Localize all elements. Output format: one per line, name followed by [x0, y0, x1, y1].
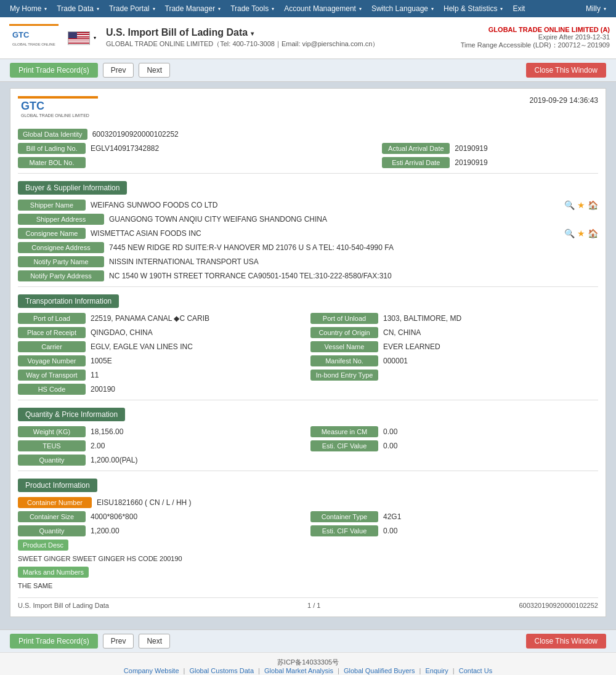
prev-button-top[interactable]: Prev: [103, 63, 134, 78]
consignee-home-icon[interactable]: 🏠: [588, 228, 598, 238]
product-quantity-value: 1,200.00: [91, 527, 306, 535]
logo-svg: GTC GLOBAL TRADE ONLINE: [9, 24, 59, 52]
country-of-origin-value: CN, CHINA: [383, 328, 598, 337]
shipper-search-icon[interactable]: 🔍: [564, 200, 575, 210]
voyage-number-value: 1005E: [91, 357, 306, 365]
print-button-top[interactable]: Print Trade Record(s): [10, 63, 98, 78]
weight-row: Weight (KG) 18,156.00 Measure in CM 0.00: [18, 426, 598, 437]
shipper-home-icon[interactable]: 🏠: [588, 200, 598, 210]
consignee-star-icon[interactable]: ★: [577, 228, 585, 238]
flag-selector[interactable]: ▾: [68, 31, 96, 45]
nav-account-management-arrow: ▾: [359, 6, 362, 12]
notify-party-address-label: Notify Party Address: [18, 270, 104, 281]
nav-my-home[interactable]: My Home ▾: [5, 0, 52, 17]
container-number-value: EISU1821660 ( CN / L / HH ): [97, 498, 598, 507]
manifest-no-value: 000001: [383, 357, 598, 365]
card-footer-right: 600320190920000102252: [519, 602, 598, 609]
bol-no-value: EGLV140917342882: [91, 144, 377, 153]
nav-my-home-arrow: ▾: [44, 6, 47, 12]
footer-link-global-market-analysis[interactable]: Global Market Analysis: [264, 667, 333, 674]
nav-trade-tools[interactable]: Trade Tools ▾: [225, 0, 279, 17]
marks-and-numbers-label: Marks and Numbers: [18, 567, 89, 578]
nav-account-management[interactable]: Account Management ▾: [279, 0, 367, 17]
shipper-address-label: Shipper Address: [18, 214, 104, 225]
consignee-name-label: Consignee Name: [18, 228, 86, 239]
port-of-unload-value: 1303, BALTIMORE, MD: [383, 314, 598, 323]
product-desc-block: Product Desc SWEET GINGER SWEET GINGER H…: [18, 540, 598, 564]
product-quantity-label: Quantity: [18, 525, 86, 536]
carrier-label: Carrier: [18, 341, 86, 352]
page-header: GTC GLOBAL TRADE ONLINE ▾ U.S. Import Bi…: [0, 17, 616, 59]
measure-in-cm-label: Measure in CM: [310, 426, 378, 437]
expire-info: Expire After 2019-12-31: [461, 33, 610, 41]
close-button-top[interactable]: Close This Window: [526, 63, 606, 78]
actual-arrival-date-value: 20190919: [455, 144, 598, 153]
shipper-address-row: Shipper Address GUANGONG TOWN ANQIU CITY…: [18, 214, 598, 225]
shipper-address-value: GUANGONG TOWN ANQIU CITY WEIFANG SHANDON…: [109, 215, 598, 224]
in-bond-entry-type-label: In-bond Entry Type: [310, 370, 378, 381]
svg-rect-7: [18, 96, 98, 99]
title-dropdown-icon[interactable]: ▾: [251, 30, 254, 37]
nav-trade-data[interactable]: Trade Data ▾: [52, 0, 104, 17]
nav-switch-language[interactable]: Switch Language ▾: [367, 0, 439, 17]
hs-code-row: HS Code 200190: [18, 384, 598, 395]
product-quantity-row: Quantity 1,200.00 Esti. CIF Value 0.00: [18, 525, 598, 536]
section-divider-3: [18, 400, 598, 400]
nav-trade-manager-arrow: ▾: [218, 6, 221, 12]
actual-arrival-date-label: Actual Arrival Date: [382, 143, 450, 154]
marks-and-numbers-value: THE SAME: [18, 580, 598, 591]
nav-trade-manager[interactable]: Trade Manager ▾: [160, 0, 226, 17]
next-button-top[interactable]: Next: [139, 63, 170, 78]
page-title: U.S. Import Bill of Lading Data ▾: [106, 27, 461, 38]
footer-link-global-qualified-buyers[interactable]: Global Qualified Buyers: [344, 667, 415, 674]
print-button-bottom[interactable]: Print Trade Record(s): [10, 634, 98, 649]
shipper-star-icon[interactable]: ★: [577, 200, 585, 210]
transportation-section-header: Transportation Information: [18, 294, 119, 308]
next-button-bottom[interactable]: Next: [139, 634, 170, 649]
quantity-value-qp: 1,200.00(PAL): [91, 456, 598, 464]
mater-bol-no-label: Mater BOL No.: [18, 157, 86, 168]
marks-and-numbers-block: Marks and Numbers THE SAME: [18, 564, 598, 591]
nav-trade-portal[interactable]: Trade Portal ▾: [104, 0, 160, 17]
footer-link-global-customs-data[interactable]: Global Customs Data: [190, 667, 254, 674]
port-of-load-label: Port of Load: [18, 313, 86, 324]
card-logo-svg: GTC GLOBAL TRADE ONLINE LIMITED: [18, 96, 98, 121]
esti-arrival-date-label: Esti Arrival Date: [382, 157, 450, 168]
prev-button-bottom[interactable]: Prev: [103, 634, 134, 649]
teus-label: TEUS: [18, 440, 86, 451]
measure-in-cm-value: 0.00: [383, 427, 598, 436]
section-divider-1: [18, 173, 598, 174]
global-data-identity-label: Global Data Identity: [18, 129, 87, 140]
container-type-value: 42G1: [383, 512, 598, 521]
teus-row: TEUS 2.00 Esti. CIF Value 0.00: [18, 440, 598, 451]
notify-party-name-value: NISSIN INTERNATIONAL TRANSPORT USA: [109, 257, 598, 266]
consignee-search-icon[interactable]: 🔍: [564, 228, 575, 238]
quantity-price-section: Quantity & Price Information Weight (KG)…: [18, 405, 598, 466]
footer-links: Company Website | Global Customs Data | …: [10, 667, 606, 674]
close-button-bottom[interactable]: Close This Window: [526, 634, 606, 649]
consignee-address-row: Consignee Address 7445 NEW RIDGE RD SUIT…: [18, 242, 598, 253]
esti-cif-value2: 0.00: [383, 527, 598, 535]
consignee-name-value: WISMETTAC ASIAN FOODS INC: [91, 229, 559, 238]
esti-arrival-date-value: 20190919: [455, 158, 598, 167]
site-footer: 苏ICP备14033305号 Company Website | Global …: [0, 652, 616, 675]
nav-help-statistics[interactable]: Help & Statistics ▾: [439, 0, 508, 17]
nav-user[interactable]: Milly ▾: [581, 0, 611, 17]
footer-link-company-website[interactable]: Company Website: [124, 667, 179, 674]
shipper-name-row: Shipper Name WEIFANG SUNWOO FOODS CO LTD…: [18, 200, 598, 211]
esti-cif-value1: 0.00: [383, 442, 598, 450]
port-of-unload-label: Port of Unload: [310, 313, 378, 324]
top-navigation: My Home ▾ Trade Data ▾ Trade Portal ▾ Tr…: [0, 0, 616, 17]
shipper-icons: 🔍 ★ 🏠: [564, 200, 598, 210]
footer-link-contact-us[interactable]: Contact Us: [459, 667, 492, 674]
logo: GTC GLOBAL TRADE ONLINE: [6, 21, 62, 55]
port-of-load-value: 22519, PANAMA CANAL ◆C CARIB: [91, 314, 306, 323]
nav-trade-data-arrow: ▾: [97, 6, 99, 12]
main-content: GTC GLOBAL TRADE ONLINE LIMITED 2019-09-…: [0, 82, 616, 629]
nav-exit[interactable]: Exit: [508, 0, 530, 17]
footer-link-enquiry[interactable]: Enquiry: [425, 667, 448, 674]
vessel-name-label: Vessel Name: [310, 341, 378, 352]
svg-rect-3: [9, 24, 59, 26]
teus-value: 2.00: [91, 442, 306, 450]
voyage-number-label: Voyage Number: [18, 355, 86, 366]
